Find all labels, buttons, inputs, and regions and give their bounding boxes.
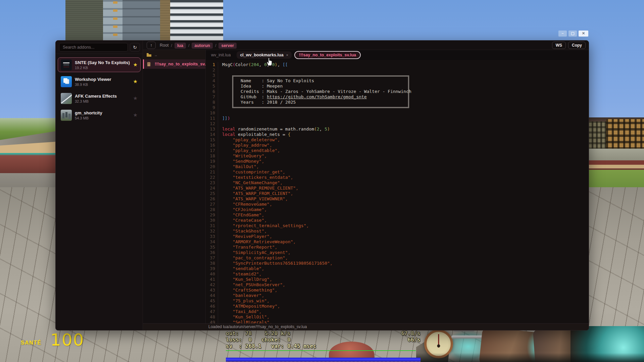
refresh-button[interactable]: ↻	[130, 43, 140, 52]
line-number: 49	[206, 320, 218, 323]
code-line: 39 "sendtable",	[206, 266, 589, 271]
line-number: 21	[206, 169, 218, 175]
line-content: "SellMinerals",	[218, 320, 589, 323]
addon-thumbnail	[61, 76, 72, 87]
building-lit-windows	[113, 1, 117, 44]
star-icon[interactable]: ★	[133, 62, 138, 68]
folder-icon	[146, 53, 152, 57]
star-icon[interactable]: ★	[133, 79, 138, 85]
tab-wv-init-lua[interactable]: wv_init.lua	[208, 51, 234, 59]
line-number: 29	[206, 212, 218, 218]
line-content: "CreateCase",	[218, 218, 589, 223]
addon-item-city[interactable]: gm_shortcity54.3 MB★	[58, 108, 141, 122]
line-number: 33	[206, 234, 218, 239]
code-line: 41 "Kun_SellDrug",	[206, 277, 589, 282]
breadcrumb-separator: /	[215, 43, 216, 48]
netgraph-row: loss: 0 choke: 066/s	[226, 337, 420, 343]
line-number: 38	[206, 261, 218, 266]
code-editor[interactable]: 1MsgC(Color(204, 0, 0), [[234567891011]]…	[206, 60, 589, 323]
close-button[interactable]: ✕	[579, 31, 588, 37]
line-number: 4	[206, 78, 218, 84]
code-line: 44 "banleaver",	[206, 293, 589, 298]
star-icon[interactable]: ★	[133, 112, 138, 118]
line-number: 22	[206, 175, 218, 180]
line-content: "pac_to_contraption",	[218, 255, 589, 261]
line-number: 11	[206, 116, 218, 121]
line-content: "Kun_SellDrug",	[218, 277, 589, 282]
line-content: "sendtable",	[218, 266, 589, 271]
building-facade	[606, 119, 644, 150]
addon-item-afk[interactable]: AFK Camera Effects32.3 MB★	[58, 91, 141, 106]
code-line: 40 "steamid2",	[206, 271, 589, 277]
tab-label: wv_init.lua	[211, 53, 231, 57]
search-row: ↻	[56, 41, 143, 54]
line-content: "textstickers_entdata",	[218, 175, 589, 180]
addon-item-snte[interactable]: SNTE (Say No To Exploits)19.2 KB★	[58, 57, 141, 72]
line-number: 12	[206, 121, 218, 126]
minimize-button[interactable]: –	[558, 31, 567, 37]
code-line: 48 "Kun_SellOil",	[206, 314, 589, 320]
up-arrow-icon: ↑	[150, 43, 152, 48]
star-icon[interactable]: ★	[133, 95, 138, 101]
addon-thumbnail	[61, 59, 72, 70]
line-number: 45	[206, 298, 218, 304]
line-number: 42	[206, 282, 218, 288]
line-number: 41	[206, 277, 218, 282]
line-number: 35	[206, 245, 218, 250]
addon-list: SNTE (Say No To Exploits)19.2 KB★Worksho…	[56, 54, 143, 122]
addon-name: SNTE (Say No To Exploits)	[75, 60, 132, 65]
building-white-facade	[170, 0, 223, 44]
breadcrumb-bar: ↑ Root /lua/autorun/server WS Copy	[143, 41, 589, 50]
addon-item-wv[interactable]: Workshop Viewer38.9 KB★	[58, 74, 141, 89]
line-content	[218, 110, 589, 116]
tab-cl-wv-bookmarks-lua[interactable]: cl_wv_bookmarks.lua×	[237, 51, 292, 59]
search-input[interactable]	[59, 43, 128, 52]
code-line: 26 "ATS_WARP_VIEWOWNER",	[206, 196, 589, 202]
line-number: 30	[206, 218, 218, 223]
line-number: 16	[206, 143, 218, 148]
code-line: 33 "RevivePlayer",	[206, 234, 589, 239]
breadcrumb-chip-server[interactable]: server	[218, 43, 237, 49]
line-content: "steamid2",	[218, 271, 589, 277]
code-line: 34 "ARMORY_RetrieveWeapon",	[206, 239, 589, 245]
refresh-icon: ↻	[133, 45, 137, 50]
code-line: 24 "ATS_WARP_REMOVE_CLIENT",	[206, 186, 589, 191]
file-tree: ..!!!say_no_to_exploits_sv.lua	[143, 50, 206, 323]
line-number: 15	[206, 137, 218, 143]
breadcrumb-chip-autorun[interactable]: autorun	[192, 43, 213, 49]
line-number: 13	[206, 126, 218, 132]
netgraph-green-line	[226, 350, 416, 351]
line-number: 5	[206, 84, 218, 89]
line-content	[218, 67, 589, 73]
code-line: 10	[206, 110, 589, 116]
line-number: 3	[206, 73, 218, 78]
tree-item-parent-dir[interactable]: ..	[143, 50, 205, 59]
line-content: "TransferReport",	[218, 245, 589, 250]
comment-box-row: Idea : Meepen	[233, 84, 408, 89]
netgraph-blue-bar	[226, 358, 420, 362]
comment-box-row: Years : 2018 / 2025	[233, 100, 408, 105]
code-line: 20 "BailOut",	[206, 164, 589, 169]
addon-thumbnail	[61, 110, 72, 121]
breadcrumb-root[interactable]: Root	[160, 43, 168, 48]
line-number: 27	[206, 202, 218, 207]
breadcrumb-chip-lua[interactable]: lua	[175, 43, 186, 49]
code-line: 45 "75_plus_win",	[206, 298, 589, 304]
tab-label: cl_wv_bookmarks.lua	[240, 53, 283, 57]
maximize-button[interactable]: ▢	[568, 31, 577, 37]
sidebar: ↻ SNTE (Say No To Exploits)19.2 KB★Works…	[56, 41, 143, 330]
comment-box-row: Name : Say No To Exploits	[233, 78, 408, 84]
line-content: "customprinter_get",	[218, 169, 589, 175]
up-directory-button[interactable]: ↑	[147, 42, 156, 49]
line-content: "Taxi_Add",	[218, 309, 589, 314]
code-line: 49 "SellMinerals",	[206, 320, 589, 323]
line-number: 2	[206, 67, 218, 73]
line-number: 46	[206, 304, 218, 309]
tab--say-no-to-exploits-sv-lua[interactable]: !!!say_no_to_exploits_sv.lua	[294, 51, 361, 59]
code-line: 36 "SimplicityAC_aysent",	[206, 250, 589, 255]
tree-item-file[interactable]: !!!say_no_to_exploits_sv.lua	[143, 59, 205, 69]
copy-button[interactable]: Copy	[568, 42, 586, 49]
tab-close-icon[interactable]: ×	[286, 53, 288, 57]
code-line: 23 "NC_GetNameChange",	[206, 180, 589, 186]
ws-button[interactable]: WS	[552, 42, 566, 49]
